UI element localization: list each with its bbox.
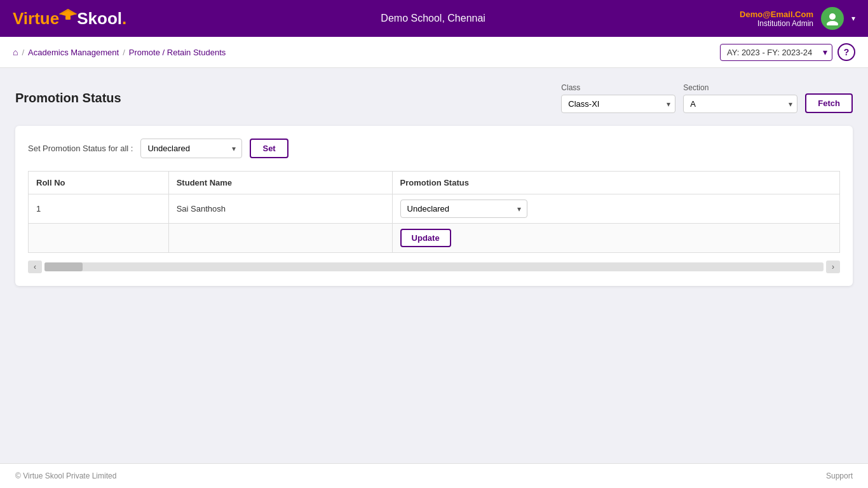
section-select[interactable]: A B C [683,95,797,113]
svg-point-4 [827,21,838,25]
logo: Virtue Skool . [13,9,126,29]
cell-student-name: Sai Santhosh [168,194,392,224]
scroll-left-button[interactable]: ‹ [28,261,42,273]
col-student-name: Student Name [168,172,392,194]
cell-roll-no: 1 [29,194,169,224]
avatar[interactable] [821,7,844,30]
filter-controls: Class Class-XI Class-X Class-XII Section… [561,83,853,113]
set-status-label: Set Promotion Status for all : [28,144,133,153]
promotion-table: Roll No Student Name Promotion Status 1 … [28,171,840,253]
class-label: Class [561,83,675,92]
scrollbar-thumb [44,262,83,271]
class-filter-group: Class Class-XI Class-X Class-XII [561,83,675,113]
section-label: Section [683,83,797,92]
fetch-button[interactable]: Fetch [805,93,853,113]
section-filter-group: Section A B C [683,83,797,113]
cell-update: Update [392,224,839,253]
help-button[interactable]: ? [837,43,855,61]
class-select-wrapper[interactable]: Class-XI Class-X Class-XII [561,95,675,113]
cell-empty-1 [29,224,169,253]
user-menu-chevron[interactable]: ▾ [851,14,855,23]
main-content: Promotion Status Class Class-XI Class-X … [0,68,868,301]
svg-point-3 [829,13,836,20]
breadcrumb-promote[interactable]: Promote / Retain Students [129,48,226,57]
breadcrumb-bar: ⌂ / Academics Management / Promote / Ret… [0,37,868,68]
row-status-select[interactable]: Undeclared Promoted Retained [400,200,527,218]
col-promotion-status: Promotion Status [392,172,839,194]
hat-icon [59,8,77,22]
svg-rect-1 [65,16,71,20]
user-email: Demo@Email.Com [740,10,813,19]
col-roll-no: Roll No [29,172,169,194]
ay-dropdown[interactable]: AY: 2023 - FY: 2023-24 [720,44,832,61]
scroll-right-button[interactable]: › [826,261,840,273]
set-status-select[interactable]: Undeclared Promoted Retained [140,139,242,158]
home-icon[interactable]: ⌂ [13,47,18,57]
logo-dot: . [122,9,126,29]
set-status-row: Set Promotion Status for all : Undeclare… [28,139,840,158]
user-info: Demo@Email.Com Institution Admin [740,10,813,28]
cell-promotion-status: Undeclared Promoted Retained [392,194,839,224]
breadcrumb-academics[interactable]: Academics Management [28,48,119,57]
logo-virtue: Virtue [13,9,59,29]
breadcrumb: ⌂ / Academics Management / Promote / Ret… [13,47,226,57]
table-row: 1 Sai Santhosh Undeclared Promoted Retai… [29,194,840,224]
scrollbar-track[interactable] [44,262,824,271]
cell-empty-2 [168,224,392,253]
breadcrumb-sep-1: / [22,48,24,57]
scrollbar-row: ‹ › [28,261,840,273]
row-status-select-wrapper[interactable]: Undeclared Promoted Retained [400,200,527,218]
page-header: Promotion Status Class Class-XI Class-X … [15,83,853,113]
header: Virtue Skool . Demo School, Chennai Demo… [0,0,868,37]
breadcrumb-sep-2: / [123,48,125,57]
section-select-wrapper[interactable]: A B C [683,95,797,113]
set-button[interactable]: Set [250,139,288,158]
logo-skool: Skool [77,9,122,29]
ay-dropdown-wrapper[interactable]: AY: 2023 - FY: 2023-24 [720,44,832,61]
page-title: Promotion Status [15,91,121,105]
main-card: Set Promotion Status for all : Undeclare… [15,126,853,286]
set-status-select-wrapper[interactable]: Undeclared Promoted Retained [140,139,242,158]
update-button[interactable]: Update [400,229,451,247]
school-name: Demo School, Chennai [381,13,485,24]
header-right: Demo@Email.Com Institution Admin ▾ [740,7,855,30]
ay-selector: AY: 2023 - FY: 2023-24 ? [720,43,855,61]
user-role: Institution Admin [740,19,813,28]
class-select[interactable]: Class-XI Class-X Class-XII [561,95,675,113]
table-row-actions: Update [29,224,840,253]
